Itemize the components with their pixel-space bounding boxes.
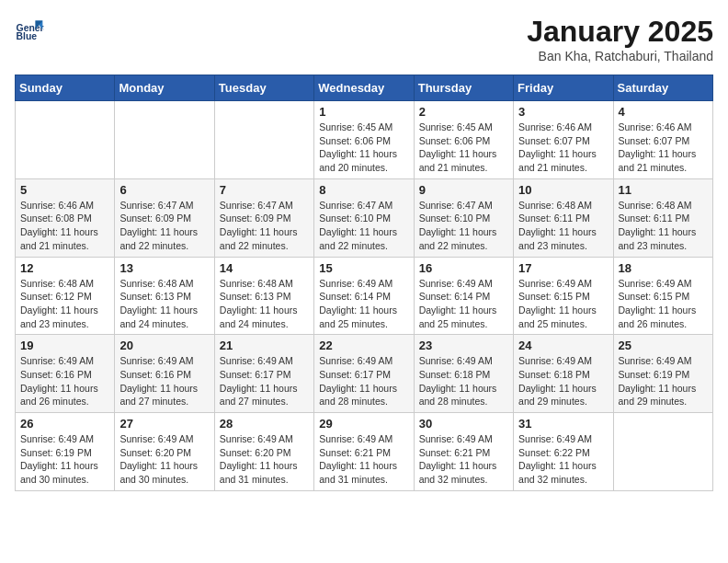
calendar-header-row: SundayMondayTuesdayWednesdayThursdayFrid… — [16, 75, 713, 101]
calendar-cell: 22Sunrise: 6:49 AMSunset: 6:17 PMDayligh… — [314, 335, 414, 413]
calendar-cell: 7Sunrise: 6:47 AMSunset: 6:09 PMDaylight… — [214, 178, 313, 257]
day-info: Sunrise: 6:49 AMSunset: 6:20 PMDaylight:… — [220, 432, 309, 487]
calendar-cell — [214, 101, 313, 179]
calendar-cell: 25Sunrise: 6:49 AMSunset: 6:19 PMDayligh… — [613, 335, 712, 413]
day-number: 20 — [119, 339, 209, 352]
calendar-week-row: 12Sunrise: 6:48 AMSunset: 6:12 PMDayligh… — [16, 257, 713, 335]
weekday-header-thursday: Thursday — [414, 75, 513, 101]
location-title: Ban Kha, Ratchaburi, Thailand — [527, 49, 713, 63]
calendar-cell: 16Sunrise: 6:49 AMSunset: 6:14 PMDayligh… — [414, 257, 513, 335]
day-info: Sunrise: 6:49 AMSunset: 6:22 PMDaylight:… — [518, 432, 608, 487]
calendar-cell: 28Sunrise: 6:49 AMSunset: 6:20 PMDayligh… — [214, 413, 313, 491]
day-number: 18 — [619, 261, 708, 275]
calendar-cell: 31Sunrise: 6:49 AMSunset: 6:22 PMDayligh… — [514, 413, 613, 491]
calendar-cell: 20Sunrise: 6:49 AMSunset: 6:16 PMDayligh… — [115, 335, 214, 413]
calendar-cell: 4Sunrise: 6:46 AMSunset: 6:07 PMDaylight… — [613, 101, 712, 179]
day-number: 24 — [518, 339, 608, 352]
day-number: 5 — [20, 183, 109, 197]
day-info: Sunrise: 6:49 AMSunset: 6:16 PMDaylight:… — [119, 354, 209, 408]
day-number: 17 — [518, 261, 608, 275]
svg-text:Blue: Blue — [17, 31, 38, 41]
calendar-cell: 19Sunrise: 6:49 AMSunset: 6:16 PMDayligh… — [16, 335, 115, 413]
calendar-week-row: 19Sunrise: 6:49 AMSunset: 6:16 PMDayligh… — [16, 335, 713, 413]
day-info: Sunrise: 6:49 AMSunset: 6:14 PMDaylight:… — [419, 277, 508, 331]
day-number: 26 — [20, 417, 109, 431]
day-info: Sunrise: 6:46 AMSunset: 6:07 PMDaylight:… — [619, 121, 708, 175]
day-info: Sunrise: 6:49 AMSunset: 6:21 PMDaylight:… — [419, 432, 508, 487]
day-number: 31 — [518, 417, 608, 431]
day-info: Sunrise: 6:49 AMSunset: 6:20 PMDaylight:… — [119, 432, 209, 487]
calendar-week-row: 1Sunrise: 6:45 AMSunset: 6:06 PMDaylight… — [16, 101, 713, 179]
weekday-header-sunday: Sunday — [16, 75, 115, 101]
day-number: 19 — [20, 339, 109, 352]
day-info: Sunrise: 6:49 AMSunset: 6:19 PMDaylight:… — [20, 432, 109, 487]
weekday-header-wednesday: Wednesday — [314, 75, 414, 101]
day-info: Sunrise: 6:49 AMSunset: 6:17 PMDaylight:… — [319, 354, 408, 408]
day-info: Sunrise: 6:49 AMSunset: 6:15 PMDaylight:… — [518, 277, 608, 331]
calendar-cell — [613, 413, 712, 491]
day-info: Sunrise: 6:48 AMSunset: 6:13 PMDaylight:… — [119, 277, 209, 331]
calendar-cell: 8Sunrise: 6:47 AMSunset: 6:10 PMDaylight… — [314, 178, 414, 257]
day-number: 13 — [119, 261, 209, 275]
day-number: 27 — [119, 417, 209, 431]
day-number: 4 — [619, 105, 708, 119]
calendar-cell: 17Sunrise: 6:49 AMSunset: 6:15 PMDayligh… — [514, 257, 613, 335]
calendar-cell: 1Sunrise: 6:45 AMSunset: 6:06 PMDaylight… — [314, 101, 414, 179]
day-number: 15 — [319, 261, 408, 275]
calendar-cell: 13Sunrise: 6:48 AMSunset: 6:13 PMDayligh… — [115, 257, 214, 335]
day-info: Sunrise: 6:45 AMSunset: 6:06 PMDaylight:… — [319, 121, 408, 175]
day-info: Sunrise: 6:47 AMSunset: 6:10 PMDaylight:… — [419, 199, 508, 253]
day-number: 3 — [518, 105, 608, 119]
day-info: Sunrise: 6:49 AMSunset: 6:18 PMDaylight:… — [518, 354, 608, 408]
calendar-table: SundayMondayTuesdayWednesdayThursdayFrid… — [15, 75, 713, 491]
day-number: 2 — [419, 105, 508, 119]
day-info: Sunrise: 6:48 AMSunset: 6:11 PMDaylight:… — [619, 199, 708, 253]
calendar-cell: 12Sunrise: 6:48 AMSunset: 6:12 PMDayligh… — [16, 257, 115, 335]
calendar-cell: 26Sunrise: 6:49 AMSunset: 6:19 PMDayligh… — [16, 413, 115, 491]
calendar-body: 1Sunrise: 6:45 AMSunset: 6:06 PMDaylight… — [16, 101, 713, 491]
day-number: 23 — [419, 339, 508, 352]
day-info: Sunrise: 6:47 AMSunset: 6:10 PMDaylight:… — [319, 199, 408, 253]
logo: General Blue — [15, 15, 44, 44]
day-number: 11 — [619, 183, 708, 197]
day-number: 25 — [619, 339, 708, 352]
logo-icon: General Blue — [15, 15, 44, 44]
calendar-cell: 10Sunrise: 6:48 AMSunset: 6:11 PMDayligh… — [514, 178, 613, 257]
day-info: Sunrise: 6:46 AMSunset: 6:08 PMDaylight:… — [20, 199, 109, 253]
day-info: Sunrise: 6:47 AMSunset: 6:09 PMDaylight:… — [119, 199, 209, 253]
page-header: General Blue January 2025 Ban Kha, Ratch… — [15, 15, 713, 63]
calendar-cell: 9Sunrise: 6:47 AMSunset: 6:10 PMDaylight… — [414, 178, 513, 257]
weekday-header-monday: Monday — [115, 75, 214, 101]
day-info: Sunrise: 6:48 AMSunset: 6:12 PMDaylight:… — [20, 277, 109, 331]
day-info: Sunrise: 6:45 AMSunset: 6:06 PMDaylight:… — [419, 121, 508, 175]
day-info: Sunrise: 6:48 AMSunset: 6:11 PMDaylight:… — [518, 199, 608, 253]
day-number: 1 — [319, 105, 408, 119]
calendar-week-row: 26Sunrise: 6:49 AMSunset: 6:19 PMDayligh… — [16, 413, 713, 491]
calendar-cell — [115, 101, 214, 179]
day-info: Sunrise: 6:49 AMSunset: 6:15 PMDaylight:… — [619, 277, 708, 331]
calendar-cell: 6Sunrise: 6:47 AMSunset: 6:09 PMDaylight… — [115, 178, 214, 257]
calendar-cell: 3Sunrise: 6:46 AMSunset: 6:07 PMDaylight… — [514, 101, 613, 179]
calendar-cell: 5Sunrise: 6:46 AMSunset: 6:08 PMDaylight… — [16, 178, 115, 257]
day-number: 30 — [419, 417, 508, 431]
day-number: 10 — [518, 183, 608, 197]
calendar-cell: 21Sunrise: 6:49 AMSunset: 6:17 PMDayligh… — [214, 335, 313, 413]
day-info: Sunrise: 6:49 AMSunset: 6:21 PMDaylight:… — [319, 432, 408, 487]
weekday-header-friday: Friday — [514, 75, 613, 101]
day-number: 9 — [419, 183, 508, 197]
day-info: Sunrise: 6:46 AMSunset: 6:07 PMDaylight:… — [518, 121, 608, 175]
day-number: 21 — [220, 339, 309, 352]
calendar-cell: 11Sunrise: 6:48 AMSunset: 6:11 PMDayligh… — [613, 178, 712, 257]
day-number: 6 — [119, 183, 209, 197]
calendar-cell: 14Sunrise: 6:48 AMSunset: 6:13 PMDayligh… — [214, 257, 313, 335]
calendar-cell — [16, 101, 115, 179]
day-number: 7 — [220, 183, 309, 197]
day-info: Sunrise: 6:49 AMSunset: 6:17 PMDaylight:… — [220, 354, 309, 408]
calendar-cell: 29Sunrise: 6:49 AMSunset: 6:21 PMDayligh… — [314, 413, 414, 491]
weekday-header-tuesday: Tuesday — [214, 75, 313, 101]
weekday-header-saturday: Saturday — [613, 75, 712, 101]
calendar-cell: 24Sunrise: 6:49 AMSunset: 6:18 PMDayligh… — [514, 335, 613, 413]
calendar-cell: 18Sunrise: 6:49 AMSunset: 6:15 PMDayligh… — [613, 257, 712, 335]
day-info: Sunrise: 6:49 AMSunset: 6:18 PMDaylight:… — [419, 354, 508, 408]
day-number: 12 — [20, 261, 109, 275]
